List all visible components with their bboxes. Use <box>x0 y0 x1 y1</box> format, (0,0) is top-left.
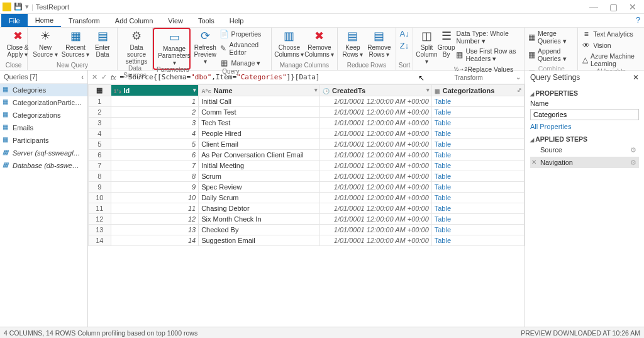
tab-addcolumn[interactable]: Add Column <box>108 14 161 27</box>
new-source-button[interactable]: ☀ New Source ▾ <box>30 29 60 58</box>
help-icon[interactable]: ? <box>636 16 640 25</box>
query-item[interactable]: CategorizationParticipants <box>0 96 87 109</box>
row-number[interactable]: 13 <box>89 225 111 235</box>
minimize-icon[interactable]: — <box>589 2 598 12</box>
choose-columns-button[interactable]: ▥ Choose Columns ▾ <box>274 29 304 58</box>
cell-createdts[interactable]: 1/01/0001 12:00:00 AM +00:00 <box>320 107 432 118</box>
row-number[interactable]: 2 <box>89 107 111 118</box>
formula-expand-icon[interactable]: ⌄ <box>516 74 521 81</box>
query-item[interactable]: Database (db-ssweagleey... <box>0 159 87 172</box>
tab-tools[interactable]: Tools <box>191 14 222 27</box>
row-number[interactable]: 4 <box>89 128 111 139</box>
query-name-input[interactable] <box>530 109 639 120</box>
remove-columns-button[interactable]: ✖ Remove Columns ▾ <box>304 29 335 58</box>
cell-id[interactable]: 7 <box>111 161 199 171</box>
row-number[interactable]: 1 <box>89 96 111 107</box>
cell-categorizations[interactable]: Table <box>431 161 524 171</box>
cell-id[interactable]: 6 <box>111 150 199 161</box>
query-item[interactable]: Categories <box>0 84 87 96</box>
cell-categorizations[interactable]: Table <box>431 214 524 225</box>
filter-name-icon[interactable]: ▾ <box>314 87 318 93</box>
tab-help[interactable]: Help <box>222 14 252 27</box>
table-row[interactable]: 33Tech Test1/01/0001 12:00:00 AM +00:00T… <box>89 118 525 128</box>
cell-id[interactable]: 8 <box>111 171 199 182</box>
row-number[interactable]: 5 <box>89 139 111 150</box>
cell-createdts[interactable]: 1/01/0001 12:00:00 AM +00:00 <box>320 96 432 107</box>
manage-button[interactable]: ▦Manage ▾ <box>218 58 268 68</box>
header-id[interactable]: 1²₃Id▾ <box>111 85 199 96</box>
row-number[interactable]: 9 <box>89 182 111 193</box>
row-number[interactable]: 11 <box>89 203 111 214</box>
cell-id[interactable]: 11 <box>111 203 199 214</box>
table-row[interactable]: 1010Daily Scrum1/01/0001 12:00:00 AM +00… <box>89 193 525 203</box>
accept-formula-icon[interactable]: ✓ <box>101 73 107 81</box>
tab-home[interactable]: Home <box>28 14 61 27</box>
formula-text[interactable]: = Source{[Schema="dbo",Item="Categories"… <box>120 73 512 81</box>
cell-id[interactable]: 13 <box>111 225 199 235</box>
keep-rows-button[interactable]: ▤ Keep Rows ▾ <box>340 29 365 58</box>
cell-name[interactable]: As Per Conversation Client Email <box>199 150 320 161</box>
query-item[interactable]: Categorizations <box>0 109 87 121</box>
cell-createdts[interactable]: 1/01/0001 12:00:00 AM +00:00 <box>320 150 432 161</box>
cell-name[interactable]: People Hired <box>199 128 320 139</box>
table-row[interactable]: 1111Chasing Debtor1/01/0001 12:00:00 AM … <box>89 203 525 214</box>
properties-button[interactable]: 📄Properties <box>218 29 268 39</box>
step-navigation[interactable]: ✕ Navigation ⚙ <box>530 157 639 168</box>
fx-icon[interactable]: fx <box>111 74 116 81</box>
cell-name[interactable]: Daily Scrum <box>199 193 320 203</box>
cell-categorizations[interactable]: Table <box>431 139 524 150</box>
cell-name[interactable]: Initial Meeting <box>199 161 320 171</box>
cell-categorizations[interactable]: Table <box>431 235 524 246</box>
row-corner[interactable]: ▦ <box>89 85 111 96</box>
cell-name[interactable]: Initial Call <box>199 96 320 107</box>
enter-data-button[interactable]: ▤ Enter Data <box>91 29 114 58</box>
qat-save-icon[interactable]: 💾 <box>14 3 23 11</box>
cell-createdts[interactable]: 1/01/0001 12:00:00 AM +00:00 <box>320 161 432 171</box>
close-settings-icon[interactable]: ✕ <box>633 73 639 82</box>
query-item[interactable]: Participants <box>0 134 87 147</box>
cell-id[interactable]: 5 <box>111 139 199 150</box>
qat-dropdown-icon[interactable]: ▾ <box>25 3 29 11</box>
cell-createdts[interactable]: 1/01/0001 12:00:00 AM +00:00 <box>320 235 432 246</box>
cell-categorizations[interactable]: Table <box>431 203 524 214</box>
cell-createdts[interactable]: 1/01/0001 12:00:00 AM +00:00 <box>320 214 432 225</box>
tab-view[interactable]: View <box>160 14 191 27</box>
cell-name[interactable]: Spec Review <box>199 182 320 193</box>
row-number[interactable]: 7 <box>89 161 111 171</box>
table-row[interactable]: 99Spec Review1/01/0001 12:00:00 AM +00:0… <box>89 182 525 193</box>
first-row-headers-button[interactable]: ▦Use First Row as Headers ▾ <box>455 47 521 63</box>
query-item[interactable]: Emails <box>0 121 87 134</box>
cell-name[interactable]: Comm Test <box>199 107 320 118</box>
filter-id-icon[interactable]: ▾ <box>193 87 196 93</box>
cell-id[interactable]: 12 <box>111 214 199 225</box>
cell-categorizations[interactable]: Table <box>431 150 524 161</box>
step-gear-icon[interactable]: ⚙ <box>630 159 636 167</box>
step-source[interactable]: Source ⚙ <box>530 144 639 155</box>
row-number[interactable]: 6 <box>89 150 111 161</box>
properties-section[interactable]: PROPERTIES <box>530 89 639 97</box>
recent-sources-button[interactable]: ▦ Recent Sources ▾ <box>60 29 91 58</box>
vision-button[interactable]: 👁Vision <box>580 40 641 50</box>
cell-categorizations[interactable]: Table <box>431 171 524 182</box>
row-number[interactable]: 3 <box>89 118 111 128</box>
cell-createdts[interactable]: 1/01/0001 12:00:00 AM +00:00 <box>320 118 432 128</box>
data-type-button[interactable]: Data Type: Whole Number ▾ <box>455 29 521 45</box>
header-name[interactable]: AᵇcName▾ <box>199 85 320 96</box>
header-categorizations[interactable]: ▦Categorizations⤢ <box>431 85 524 96</box>
append-queries-button[interactable]: ▦Append Queries ▾ <box>527 47 575 63</box>
advanced-editor-button[interactable]: ✎Advanced Editor <box>218 40 268 57</box>
query-item[interactable]: Server (sql-ssweagleeye-... <box>0 147 87 159</box>
text-analytics-button[interactable]: ≡Text Analytics <box>580 29 641 39</box>
cancel-formula-icon[interactable]: ✕ <box>92 73 97 81</box>
all-properties-link[interactable]: All Properties <box>530 123 571 130</box>
cell-id[interactable]: 3 <box>111 118 199 128</box>
cell-id[interactable]: 2 <box>111 107 199 118</box>
cell-createdts[interactable]: 1/01/0001 12:00:00 AM +00:00 <box>320 193 432 203</box>
azure-ml-button[interactable]: △Azure Machine Learning <box>580 52 641 68</box>
cell-name[interactable]: Suggestion Email <box>199 235 320 246</box>
table-row[interactable]: 44People Hired1/01/0001 12:00:00 AM +00:… <box>89 128 525 139</box>
cell-name[interactable]: Client Email <box>199 139 320 150</box>
table-row[interactable]: 1212Six Month Check In1/01/0001 12:00:00… <box>89 214 525 225</box>
merge-queries-button[interactable]: ▦Merge Queries ▾ <box>527 29 575 45</box>
header-createdts[interactable]: 🕒CreatedTs▾ <box>320 85 432 96</box>
